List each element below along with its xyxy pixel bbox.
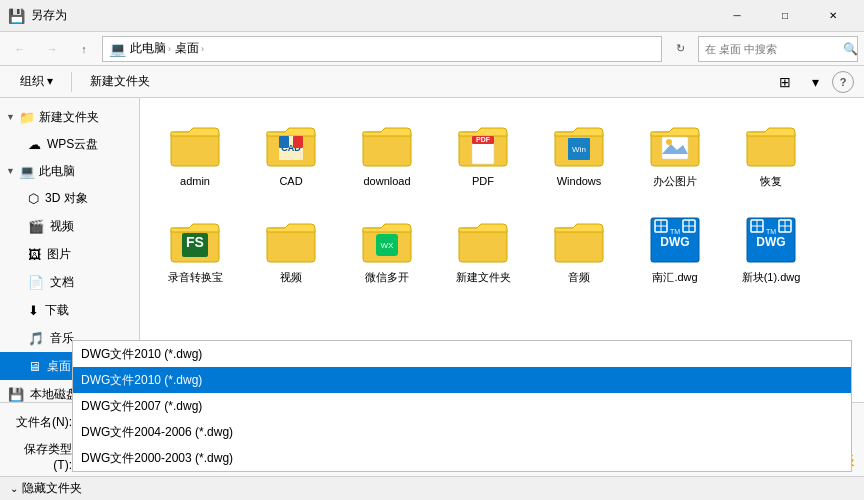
file-icon-pdf: PDF [457,118,509,170]
minimize-button[interactable]: ─ [714,0,760,32]
up-button[interactable]: ↑ [70,35,98,63]
collapse-arrow-icon: ▼ [6,112,15,122]
file-item-office-pics[interactable]: 办公图片 [630,108,720,198]
file-icon-recorder: FS [169,214,221,266]
back-button[interactable]: ← [6,35,34,63]
collapse-arrow-icon: ▼ [6,166,15,176]
file-icon-download [361,118,413,170]
view-dropdown-button[interactable]: ▾ [802,69,828,95]
svg-rect-25 [459,228,507,262]
address-bar: ← → ↑ 💻 此电脑 › 桌面 › ↻ 🔍 [0,32,864,66]
file-icon-nanhui-dwg: TM DWG [649,214,701,266]
svg-rect-0 [171,132,219,166]
file-item-pdf[interactable]: PDF PDF [438,108,528,198]
sidebar-item-icon: 💻 [19,164,35,179]
sidebar-item-icon: 📄 [28,275,44,290]
file-item-cad[interactable]: CAD CAD [246,108,336,198]
address-path[interactable]: 💻 此电脑 › 桌面 › [102,36,662,62]
refresh-button[interactable]: ↻ [666,35,694,63]
file-item-new-dwg[interactable]: TM DWG 新块(1).dwg [726,204,816,294]
file-label-video2: 视频 [280,270,302,284]
file-label-recover: 恢复 [760,174,782,188]
bottom-area: 文件名(N): 保存(S) 保存类型(T): DWG文件2010 (*.dwg)… [0,402,864,500]
file-label-download: download [363,174,410,188]
svg-text:DWG: DWG [756,235,785,249]
file-item-windows[interactable]: Win Windows [534,108,624,198]
sidebar-item-label: 下载 [45,302,69,319]
filetype-label: 保存类型(T): [12,441,72,472]
svg-point-16 [666,139,672,145]
organize-button[interactable]: 组织 ▾ [10,69,63,95]
sidebar-item-new-folder[interactable]: ▼ 📁 新建文件夹 [0,104,139,130]
sidebar-item-icon: 🎬 [28,219,44,234]
file-item-audio[interactable]: 音频 [534,204,624,294]
sidebar-item-wps-cloud[interactable]: ☁ WPS云盘 [0,130,139,158]
title-icon: 💾 [8,8,25,24]
new-folder-button[interactable]: 新建文件夹 [80,69,160,95]
dropdown-item-1[interactable]: DWG文件2010 (*.dwg) [73,367,851,393]
sidebar-item-downloads[interactable]: ⬇ 下载 [0,296,139,324]
sidebar-item-icon: ⬡ [28,191,39,206]
dropdown-item-3[interactable]: DWG文件2004-2006 (*.dwg) [73,419,851,445]
file-item-download[interactable]: download [342,108,432,198]
sidebar-item-pictures[interactable]: 🖼 图片 [0,240,139,268]
file-label-admin: admin [180,174,210,188]
view-button[interactable]: ⊞ [772,69,798,95]
svg-rect-21 [267,228,315,262]
sidebar-item-icon: ⬇ [28,303,39,318]
sidebar-item-this-pc[interactable]: ▼ 💻 此电脑 [0,158,139,184]
file-item-recorder[interactable]: FS 录音转换宝 [150,204,240,294]
file-icon-recover [745,118,797,170]
file-icon-audio [553,214,605,266]
svg-rect-26 [555,228,603,262]
file-label-pdf: PDF [472,174,494,188]
file-icon-admin [169,118,221,170]
dropdown-item-4[interactable]: DWG文件2000-2003 (*.dwg) [73,445,851,471]
file-item-video2[interactable]: 视频 [246,204,336,294]
filetype-dropdown: DWG文件2010 (*.dwg)DWG文件2010 (*.dwg)DWG文件2… [72,340,852,472]
sidebar-item-label: 此电脑 [39,163,75,180]
window-title: 另存为 [31,7,714,24]
file-label-nanhui-dwg: 南汇.dwg [652,270,697,284]
file-icon-new-folder2 [457,214,509,266]
file-item-recover[interactable]: 恢复 [726,108,816,198]
file-icon-wechat: WX [361,214,413,266]
sidebar-item-label: 3D 对象 [45,190,88,207]
sidebar-item-icon: ☁ [28,137,41,152]
sidebar-item-label: WPS云盘 [47,136,98,153]
forward-button[interactable]: → [38,35,66,63]
sidebar-item-icon: 🖥 [28,359,41,374]
file-item-admin[interactable]: admin [150,108,240,198]
filename-label: 文件名(N): [12,414,72,431]
sidebar-item-label: 音乐 [50,330,74,347]
file-item-wechat[interactable]: WX 微信多开 [342,204,432,294]
sidebar-item-3d-objects[interactable]: ⬡ 3D 对象 [0,184,139,212]
file-label-new-dwg: 新块(1).dwg [742,270,801,284]
svg-text:DWG: DWG [660,235,689,249]
collapse-icon: ⌄ [10,483,18,494]
close-button[interactable]: ✕ [810,0,856,32]
file-item-new-folder2[interactable]: 新建文件夹 [438,204,528,294]
sidebar-item-icon: 💾 [8,387,24,402]
sidebar-item-label: 文档 [50,274,74,291]
toolbar-right: ⊞ ▾ ? [772,69,854,95]
file-item-nanhui-dwg[interactable]: TM DWG 南汇.dwg [630,204,720,294]
hide-files-bar[interactable]: ⌄ 隐藏文件夹 [0,476,864,500]
sidebar-item-label: 视频 [50,218,74,235]
dropdown-item-0[interactable]: DWG文件2010 (*.dwg) [73,341,851,367]
toolbar: 组织 ▾ 新建文件夹 ⊞ ▾ ? [0,66,864,98]
maximize-button[interactable]: □ [762,0,808,32]
sidebar-item-icon: 🖼 [28,247,41,262]
dropdown-item-2[interactable]: DWG文件2007 (*.dwg) [73,393,851,419]
sidebar-item-video[interactable]: 🎬 视频 [0,212,139,240]
help-button[interactable]: ? [832,71,854,93]
sidebar-item-label: 新建文件夹 [39,109,99,126]
window-controls: ─ □ ✕ [714,0,856,32]
svg-rect-4 [279,136,289,148]
hide-files-label: 隐藏文件夹 [22,480,82,497]
sidebar-item-documents[interactable]: 📄 文档 [0,268,139,296]
file-label-recorder: 录音转换宝 [168,270,223,284]
search-input[interactable] [705,43,843,55]
svg-text:FS: FS [186,234,204,250]
sidebar-item-label: 图片 [47,246,71,263]
